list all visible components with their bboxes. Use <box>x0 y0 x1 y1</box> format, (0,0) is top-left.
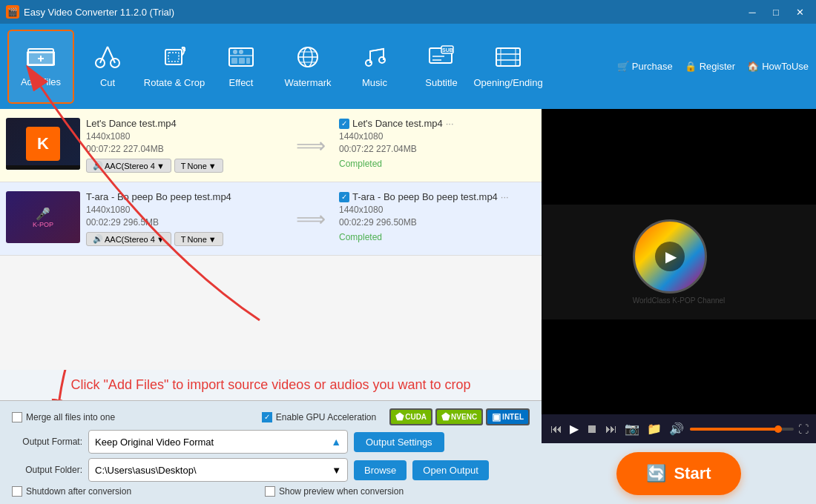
output-name-1: ✓ Let's Dance test.mp4 ··· <box>339 118 536 129</box>
left-panel: K Let's Dance test.mp4 1440x1080 00:07:2… <box>0 109 542 504</box>
output-settings-button[interactable]: Output Settings <box>354 432 444 452</box>
thumb1-logo: K <box>26 127 60 161</box>
refresh-icon: 🔄 <box>646 464 666 483</box>
arrow-icon-1: ⟹ <box>296 133 326 158</box>
file-info-1: Let's Dance test.mp4 1440x1080 00:07:22 … <box>86 118 283 173</box>
music-label: Music <box>362 77 387 88</box>
status-2: Completed <box>339 232 536 242</box>
play-button-overlay[interactable]: ▶ <box>655 242 685 271</box>
subtitle-select-2[interactable]: T None ▼ <box>174 232 223 246</box>
maximize-button[interactable]: □ <box>766 4 786 19</box>
output-format-row: Output Format: Keep Original Video Forma… <box>12 430 530 454</box>
svg-text:SUB: SUB <box>442 47 453 53</box>
file-thumb-1: K <box>6 118 80 170</box>
toolbar-music[interactable]: Music <box>341 30 408 104</box>
output-dur-1: 00:07:22 227.04MB <box>339 144 536 154</box>
file-item-1: K Let's Dance test.mp4 1440x1080 00:07:2… <box>0 109 542 182</box>
volume-bar[interactable] <box>690 428 794 431</box>
output-format-select[interactable]: Keep Original Video Format ▲ <box>88 430 348 454</box>
toolbar-effect[interactable]: Effect <box>208 30 274 104</box>
preview-logo-area: ▶ WorldClass K-POP Channel <box>542 205 816 319</box>
subtitle-label: Subtitle <box>425 77 457 88</box>
play-pause-button[interactable]: ▶ <box>568 420 580 437</box>
start-label: Start <box>674 464 711 483</box>
text-icon-2: T <box>181 235 186 244</box>
app-title: Easy Video Converter 11.2.0 (Trial) <box>24 7 174 18</box>
open-output-button[interactable]: Open Output <box>412 460 488 480</box>
file-dur-2: 00:02:29 296.5MB <box>86 217 283 228</box>
output-folder-label: Output Folder: <box>12 465 82 475</box>
subtitle-icon: SUB <box>428 45 455 73</box>
rotate-crop-label: Rotate & Crop <box>144 77 205 88</box>
shutdown-checkbox[interactable] <box>12 486 22 497</box>
file-dur-1: 00:07:22 227.04MB <box>86 144 283 154</box>
instruction-area: Click "Add Files" to import source video… <box>0 370 542 400</box>
toolbar-rotate-crop[interactable]: Rotate & Crop <box>141 30 208 104</box>
toolbar-subtitle[interactable]: SUB Subtitle <box>408 30 475 104</box>
purchase-button[interactable]: 🛒 Purchase <box>617 61 673 72</box>
merge-checkbox[interactable] <box>12 412 22 422</box>
toolbar-watermark[interactable]: Watermark <box>274 30 341 104</box>
options-row: Shutdown after conversion Show preview w… <box>12 486 530 497</box>
browse-button[interactable]: Browse <box>354 460 407 480</box>
shutdown-label: Shutdown after conversion <box>26 486 131 497</box>
register-button[interactable]: 🔒 Register <box>685 61 735 72</box>
effect-label: Effect <box>228 77 253 88</box>
fullscreen-button[interactable]: ⛶ <box>798 423 809 435</box>
bottom-controls: Merge all files into one ✓ Enable GPU Ac… <box>0 400 542 504</box>
audio-select-2[interactable]: 🔊 AAC(Stereo 4 ▼ <box>86 232 171 246</box>
close-button[interactable]: ✕ <box>789 4 810 19</box>
gpu-row: Merge all files into one ✓ Enable GPU Ac… <box>12 408 530 425</box>
file-res-1: 1440x1080 <box>86 131 283 142</box>
svg-rect-33 <box>496 48 520 66</box>
svg-rect-17 <box>231 58 237 64</box>
preview-label: Show preview when conversion <box>279 486 404 497</box>
skip-forward-button[interactable]: ⏭ <box>604 421 619 437</box>
output-dur-2: 00:02:29 296.50MB <box>339 217 536 228</box>
add-files-icon <box>27 46 55 72</box>
shutdown-checkbox-label[interactable]: Shutdown after conversion <box>12 486 131 497</box>
toolbar-add-files[interactable]: Add Files <box>7 30 74 104</box>
home-icon: 🏠 <box>747 61 759 72</box>
svg-rect-9 <box>165 50 182 64</box>
opening-ending-icon <box>495 45 521 73</box>
howto-label: HowToUse <box>762 61 809 72</box>
merge-checkbox-label[interactable]: Merge all files into one <box>12 412 115 422</box>
preview-checkbox[interactable] <box>265 486 275 497</box>
volume-button[interactable]: 🔊 <box>668 420 685 437</box>
watermark-icon <box>295 45 321 73</box>
output-folder-value: C:\Users\asus\Desktop\ <box>95 465 197 476</box>
start-area: 🔄 Start <box>542 443 816 504</box>
instruction-text: Click "Add Files" to import source video… <box>7 377 534 393</box>
toolbar-opening-ending[interactable]: Opening/Ending <box>475 30 542 104</box>
folder-button[interactable]: 📁 <box>645 420 663 437</box>
skip-back-button[interactable]: ⏮ <box>549 421 564 437</box>
output-res-1: 1440x1080 <box>339 131 536 142</box>
toolbar-cut[interactable]: Cut <box>74 30 141 104</box>
gpu-checkbox[interactable]: ✓ <box>262 412 272 422</box>
svg-rect-19 <box>246 58 250 64</box>
effect-icon <box>228 45 254 73</box>
start-button[interactable]: 🔄 Start <box>616 452 740 495</box>
gpu-badges: ⬟ CUDA ⬟ NVENC ▣ INTEL <box>389 408 530 425</box>
cuda-badge: ⬟ CUDA <box>391 410 431 424</box>
audio-icon-2: 🔊 <box>93 234 103 244</box>
svg-rect-18 <box>239 58 245 64</box>
arrow-1: ⟹ <box>289 118 333 173</box>
preview-checkbox-label[interactable]: Show preview when conversion <box>265 486 404 497</box>
stop-button[interactable]: ⏹ <box>585 421 599 437</box>
howto-button[interactable]: 🏠 HowToUse <box>747 61 809 72</box>
output-folder-input[interactable]: C:\Users\asus\Desktop\ ▼ <box>88 458 348 482</box>
cuda-badge-wrapper: ⬟ CUDA <box>389 408 432 425</box>
folder-dropdown-icon: ▼ <box>332 465 341 476</box>
output-format-label: Output Format: <box>12 437 82 447</box>
minimize-button[interactable]: ─ <box>742 4 763 19</box>
content-wrapper: K Let's Dance test.mp4 1440x1080 00:07:2… <box>0 109 816 504</box>
screenshot-button[interactable]: 📷 <box>623 420 641 437</box>
opening-ending-label: Opening/Ending <box>473 77 542 88</box>
file-name-2: T-ara - Bo peep Bo peep test.mp4 <box>86 191 283 202</box>
file-item-2: 🎤 K-POP T-ara - Bo peep Bo peep test.mp4… <box>0 182 542 256</box>
gpu-checkbox-label[interactable]: ✓ Enable GPU Acceleration <box>262 412 376 422</box>
subtitle-select-1[interactable]: T None ▼ <box>174 159 223 173</box>
audio-select-1[interactable]: 🔊 AAC(Stereo 4 ▼ <box>86 159 171 173</box>
